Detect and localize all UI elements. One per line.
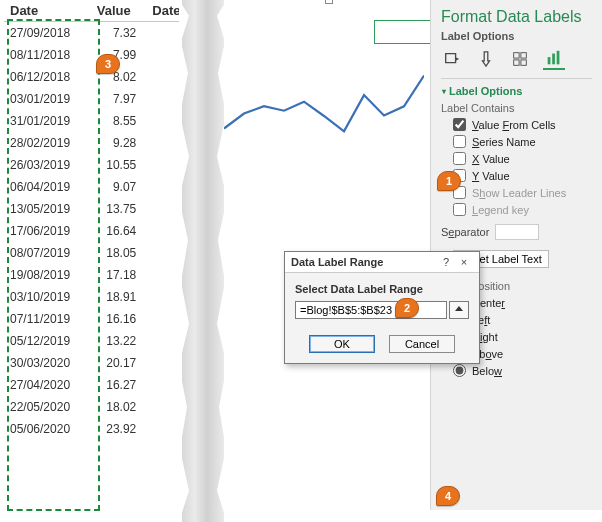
chk-legend-key[interactable]: Legend key [453, 203, 592, 216]
table-row[interactable]: 05/06/202023.92 [4, 418, 180, 440]
table-row[interactable]: 08/07/201918.05 [4, 242, 180, 264]
cell-date[interactable]: 17/06/2019 [4, 220, 91, 242]
table-row[interactable]: 31/01/20198.55 [4, 110, 180, 132]
effects-icon[interactable] [475, 48, 497, 70]
cell-date[interactable]: 31/01/2019 [4, 110, 91, 132]
chart-object[interactable] [224, 0, 434, 244]
size-icon[interactable] [509, 48, 531, 70]
col-date2[interactable]: Date L [146, 0, 180, 22]
help-icon[interactable]: ? [437, 256, 455, 268]
close-icon[interactable]: × [455, 256, 473, 268]
table-row[interactable]: 30/03/202020.17 [4, 352, 180, 374]
cell-value[interactable]: 23.92 [91, 418, 146, 440]
line-chart [224, 70, 424, 200]
table-row[interactable]: 13/05/201913.75 [4, 198, 180, 220]
cell-value[interactable]: 7.32 [91, 22, 146, 45]
range-picker-icon[interactable] [449, 301, 469, 319]
cell-value[interactable]: 16.64 [91, 220, 146, 242]
chk-x-value[interactable]: X Value [453, 152, 592, 165]
cell-date[interactable]: 05/12/2019 [4, 330, 91, 352]
callout-3: 3 [96, 54, 120, 74]
cell-date[interactable]: 13/05/2019 [4, 198, 91, 220]
cell-date[interactable]: 30/03/2020 [4, 352, 91, 374]
pane-tab-icons [441, 48, 592, 70]
separator-dropdown[interactable] [495, 224, 539, 240]
cell-date[interactable]: 03/01/2019 [4, 88, 91, 110]
svg-rect-2 [521, 53, 526, 58]
legend-box[interactable] [374, 20, 434, 44]
cell-value[interactable]: 18.91 [91, 286, 146, 308]
cell-date[interactable]: 03/10/2019 [4, 286, 91, 308]
cell-date[interactable]: 27/04/2020 [4, 374, 91, 396]
chk-leader-lines[interactable]: Show Leader Lines [453, 186, 592, 199]
rad-below-input[interactable] [453, 364, 466, 377]
cell-date[interactable]: 06/04/2019 [4, 176, 91, 198]
ok-button[interactable]: OK [309, 335, 375, 353]
fill-icon[interactable] [441, 48, 463, 70]
cell-value[interactable]: 9.07 [91, 176, 146, 198]
table-row[interactable]: 06/12/20188.02 [4, 66, 180, 88]
cell-value[interactable]: 18.02 [91, 396, 146, 418]
table-row[interactable]: 07/11/201916.16 [4, 308, 180, 330]
cancel-button[interactable]: Cancel [389, 335, 455, 353]
resize-handle-top[interactable] [325, 0, 333, 4]
label-options-icon[interactable] [543, 48, 565, 70]
cell-value[interactable]: 18.05 [91, 242, 146, 264]
cell-value[interactable]: 13.75 [91, 198, 146, 220]
cell-date[interactable]: 05/06/2020 [4, 418, 91, 440]
svg-rect-5 [548, 57, 551, 64]
table-row[interactable]: 03/01/20197.97 [4, 88, 180, 110]
col-date[interactable]: Date [4, 0, 91, 22]
cell-date[interactable]: 07/11/2019 [4, 308, 91, 330]
spreadsheet: Date Value Date L 27/09/20187.3208/11/20… [4, 0, 180, 440]
cell-date[interactable]: 26/03/2019 [4, 154, 91, 176]
pane-subtitle: Label Options [441, 30, 592, 42]
table-row[interactable]: 17/06/201916.64 [4, 220, 180, 242]
cell-date[interactable]: 08/11/2018 [4, 44, 91, 66]
cell-value[interactable]: 20.17 [91, 352, 146, 374]
cell-date[interactable]: 19/08/2019 [4, 264, 91, 286]
section-label-options[interactable]: Label Options [441, 85, 592, 98]
dialog-titlebar[interactable]: Data Label Range ? × [285, 252, 479, 273]
chk-series-name-input[interactable] [453, 135, 466, 148]
table-row[interactable]: 08/11/20187.99 [4, 44, 180, 66]
cell-date[interactable]: 06/12/2018 [4, 66, 91, 88]
col-value[interactable]: Value [91, 0, 146, 22]
table-row[interactable]: 06/04/20199.07 [4, 176, 180, 198]
range-input[interactable] [295, 301, 447, 319]
cell-value[interactable]: 17.18 [91, 264, 146, 286]
table-row[interactable]: 19/08/201917.18 [4, 264, 180, 286]
cell-value[interactable]: 8.55 [91, 110, 146, 132]
table-row[interactable]: 27/09/20187.32 [4, 22, 180, 45]
cell-date[interactable]: 08/07/2019 [4, 242, 91, 264]
chk-value-from-cells[interactable]: Value From Cells [453, 118, 592, 131]
cell-date[interactable]: 22/05/2020 [4, 396, 91, 418]
chk-y-value[interactable]: Y Value [453, 169, 592, 182]
chk-x-value-input[interactable] [453, 152, 466, 165]
cell-date[interactable]: 27/09/2018 [4, 22, 91, 45]
label-contains: Label Contains [441, 102, 592, 114]
svg-rect-6 [552, 54, 555, 65]
table-row[interactable]: 05/12/201913.22 [4, 330, 180, 352]
callout-1: 1 [437, 171, 461, 191]
cell-value[interactable]: 13.22 [91, 330, 146, 352]
chk-value-from-cells-input[interactable] [453, 118, 466, 131]
chk-series-name[interactable]: Series Name [453, 135, 592, 148]
table-row[interactable]: 26/03/201910.55 [4, 154, 180, 176]
cell-date[interactable]: 28/02/2019 [4, 132, 91, 154]
svg-marker-0 [482, 52, 489, 66]
cell-value[interactable]: 16.27 [91, 374, 146, 396]
table-row[interactable]: 28/02/20199.28 [4, 132, 180, 154]
cell-value[interactable]: 16.16 [91, 308, 146, 330]
data-table[interactable]: Date Value Date L 27/09/20187.3208/11/20… [4, 0, 180, 440]
callout-2: 2 [395, 298, 419, 318]
cell-value[interactable]: 7.97 [91, 88, 146, 110]
cell-value[interactable]: 10.55 [91, 154, 146, 176]
table-row[interactable]: 22/05/202018.02 [4, 396, 180, 418]
rad-below[interactable]: Below [453, 364, 592, 377]
table-row[interactable]: 27/04/202016.27 [4, 374, 180, 396]
chk-legend-key-input[interactable] [453, 203, 466, 216]
svg-rect-1 [514, 53, 519, 58]
table-row[interactable]: 03/10/201918.91 [4, 286, 180, 308]
cell-value[interactable]: 9.28 [91, 132, 146, 154]
